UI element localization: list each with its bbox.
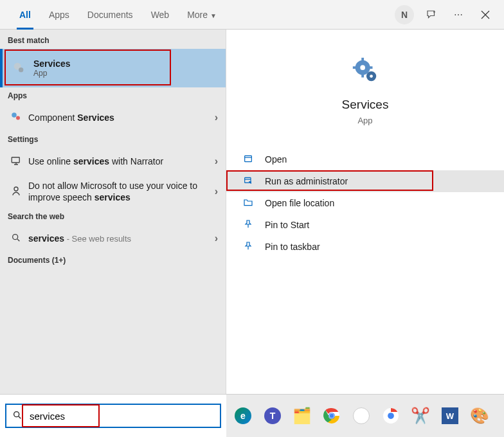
taskbar-chrome-icon[interactable]: [319, 403, 345, 429]
tab-apps[interactable]: Apps: [40, 0, 78, 30]
search-input[interactable]: [28, 410, 220, 422]
pin-icon: [243, 241, 258, 253]
best-match-subtitle: App: [33, 69, 71, 78]
svg-point-24: [388, 413, 394, 419]
taskbar-explorer-icon[interactable]: 🗂️: [289, 403, 315, 429]
result-setting-narrator[interactable]: Use online services with Narrator ›: [0, 148, 226, 175]
preview-actions: Open Run as administrator Open file loca…: [226, 148, 504, 258]
close-icon[interactable]: [472, 0, 499, 30]
action-run-as-administrator[interactable]: Run as administrator: [226, 170, 504, 192]
taskbar-word-icon[interactable]: W: [437, 403, 463, 429]
taskbar-chrome-beta-icon[interactable]: [378, 403, 404, 429]
chevron-right-icon: ›: [215, 186, 218, 197]
search-icon: [8, 233, 24, 245]
services-app-icon: [350, 55, 380, 85]
open-icon: [243, 154, 258, 166]
action-pin-to-taskbar[interactable]: Pin to taskbar: [226, 236, 504, 258]
svg-point-0: [434, 11, 435, 12]
result-web-search[interactable]: services - See web results ›: [0, 225, 226, 252]
display-icon: [8, 155, 24, 168]
taskbar-edge-icon[interactable]: e: [230, 403, 256, 429]
svg-rect-11: [361, 74, 364, 78]
best-match-title: Services: [33, 58, 71, 69]
tab-documents[interactable]: Documents: [78, 0, 142, 30]
best-match-result[interactable]: Services App: [0, 49, 226, 87]
preview-subtitle: App: [357, 116, 372, 125]
action-open[interactable]: Open: [226, 148, 504, 170]
chevron-down-icon: ▼: [210, 12, 217, 19]
svg-rect-16: [245, 156, 252, 161]
search-icon: [6, 410, 28, 422]
apps-header: Apps: [0, 87, 226, 104]
chevron-right-icon: ›: [215, 112, 218, 123]
folder-icon: [243, 197, 258, 210]
svg-point-4: [16, 116, 20, 120]
svg-point-9: [360, 65, 365, 70]
svg-point-2: [19, 67, 23, 72]
speech-icon: [8, 185, 24, 199]
svg-point-22: [330, 414, 334, 418]
more-options-icon[interactable]: ⋯: [445, 0, 472, 30]
user-avatar[interactable]: N: [391, 0, 418, 30]
component-icon: [8, 111, 24, 125]
best-match-header: Best match: [0, 32, 226, 49]
taskbar-slack-icon[interactable]: ✱: [348, 403, 374, 429]
tab-all[interactable]: All: [10, 0, 40, 30]
taskbar: e T 🗂️ ✱ ✂️ W 🎨: [226, 395, 504, 437]
pin-icon: [243, 219, 258, 231]
preview-title: Services: [342, 98, 389, 112]
settings-header: Settings: [0, 131, 226, 148]
search-web-header: Search the web: [0, 208, 226, 225]
svg-rect-10: [361, 58, 364, 62]
chevron-right-icon: ›: [215, 156, 218, 167]
svg-point-3: [12, 112, 17, 118]
result-setting-speech[interactable]: Do not allow Microsoft to use your voice…: [0, 175, 226, 208]
tab-web[interactable]: Web: [142, 0, 179, 30]
svg-rect-13: [369, 66, 373, 69]
filter-tab-bar: All Apps Documents Web More▼ N ⋯: [0, 0, 504, 30]
gear-icon: [9, 60, 28, 76]
taskbar-teams-icon[interactable]: T: [260, 403, 285, 429]
chevron-right-icon: ›: [215, 233, 218, 244]
svg-point-15: [370, 75, 373, 78]
taskbar-snip-icon[interactable]: ✂️: [408, 403, 433, 429]
preview-panel: Services App Open Run as administrator: [226, 30, 504, 394]
documents-header: Documents (1+): [0, 252, 226, 269]
action-open-file-location[interactable]: Open file location: [226, 192, 504, 214]
tab-more[interactable]: More▼: [178, 0, 226, 30]
search-box[interactable]: [5, 404, 221, 428]
action-pin-to-start[interactable]: Pin to Start: [226, 214, 504, 236]
svg-point-7: [13, 234, 18, 239]
taskbar-paint-icon[interactable]: 🎨: [467, 403, 492, 429]
svg-point-18: [14, 411, 19, 416]
feedback-icon[interactable]: [418, 0, 445, 30]
admin-icon: [243, 175, 258, 188]
results-panel: Best match Services App Apps Component S…: [0, 30, 226, 394]
svg-rect-5: [12, 157, 19, 162]
search-container: [0, 395, 226, 437]
svg-rect-12: [353, 66, 357, 69]
result-component-services[interactable]: Component Services ›: [0, 104, 226, 131]
svg-point-6: [14, 187, 18, 191]
